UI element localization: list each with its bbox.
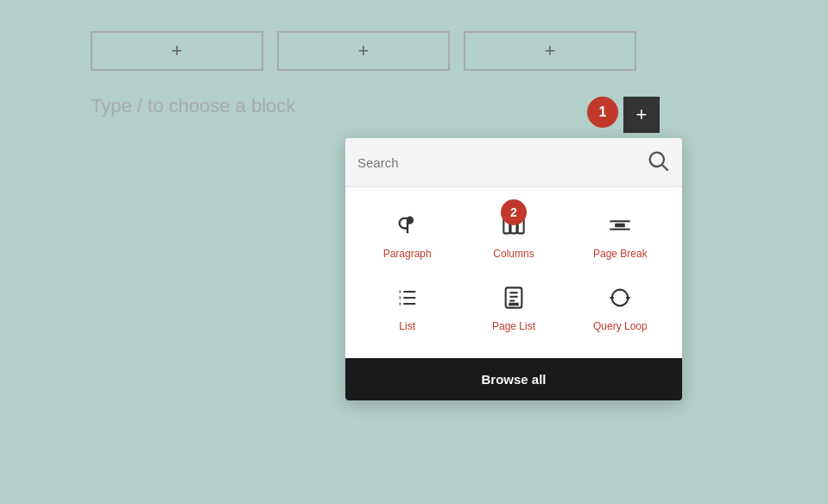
page-break-label: Page Break <box>593 248 648 260</box>
list-label: List <box>399 320 415 332</box>
svg-rect-7 <box>615 224 625 228</box>
block-item-page-break[interactable]: Page Break <box>567 205 673 268</box>
list-icon <box>395 286 420 313</box>
block-item-paragraph[interactable]: Paragraph <box>354 205 460 268</box>
block-grid: Paragraph 2 Columns <box>345 187 682 350</box>
query-loop-icon <box>608 286 632 313</box>
block-item-page-list[interactable]: Page List <box>460 277 566 341</box>
top-add-buttons: + + + <box>91 31 636 71</box>
block-item-query-loop[interactable]: Query Loop <box>567 277 673 341</box>
badge-2: 2 <box>501 199 527 225</box>
block-picker-popup: Paragraph 2 Columns <box>345 138 682 400</box>
paragraph-icon <box>395 213 420 241</box>
add-block-btn-2[interactable]: + <box>277 31 450 71</box>
badge-1: 1 <box>587 97 618 128</box>
block-item-columns[interactable]: 2 Columns <box>460 205 566 268</box>
add-block-dark-button[interactable]: + <box>623 97 660 133</box>
page-list-label: Page List <box>492 320 535 332</box>
svg-line-1 <box>662 165 667 170</box>
svg-point-0 <box>650 153 664 167</box>
add-block-btn-3[interactable]: + <box>464 31 636 71</box>
browse-all-button[interactable]: Browse all <box>345 358 682 400</box>
block-item-list[interactable]: List <box>354 277 460 341</box>
query-loop-label: Query Loop <box>593 320 648 332</box>
type-hint-text: Type / to choose a block <box>91 95 295 117</box>
columns-label: Columns <box>493 248 534 260</box>
block-search-input[interactable] <box>357 155 646 170</box>
search-icon <box>646 148 670 176</box>
block-search-area <box>345 138 682 187</box>
page-break-icon <box>608 213 632 241</box>
add-block-btn-1[interactable]: + <box>91 31 263 71</box>
paragraph-label: Paragraph <box>383 248 432 260</box>
page-list-icon <box>502 286 526 313</box>
svg-rect-18 <box>509 303 519 306</box>
